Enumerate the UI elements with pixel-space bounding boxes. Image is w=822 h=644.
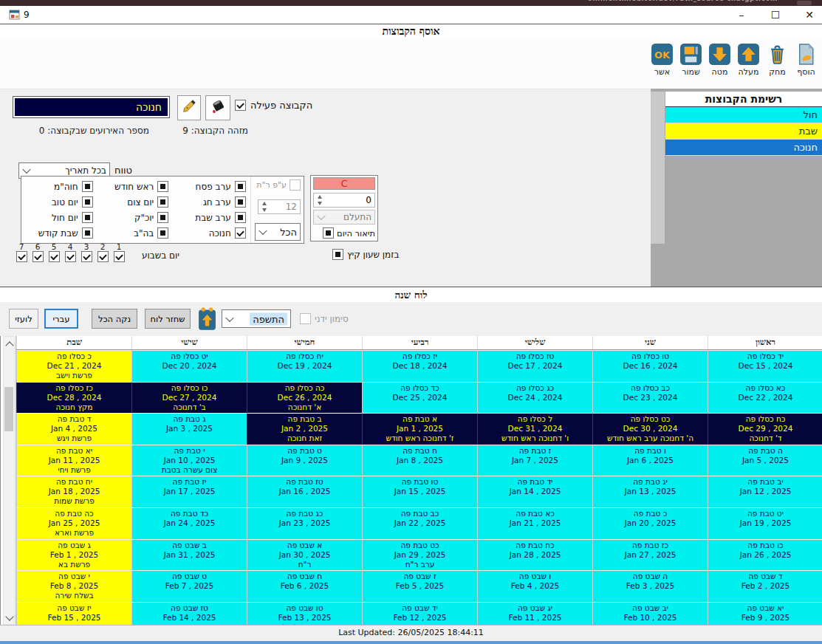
color-sample-button[interactable]: C: [313, 177, 375, 190]
calendar-day-cell[interactable]: כו כסלו פהDec 27 , 2024ב' דחנוכה: [131, 382, 247, 414]
group-list-item[interactable]: חנוכה: [665, 140, 822, 156]
scrollbar-thumb[interactable]: [4, 387, 13, 431]
weekday-checkbox[interactable]: [49, 251, 60, 262]
daytype-checkbox[interactable]: [82, 212, 93, 223]
calendar-day-cell[interactable]: ד טבת פהJan 4 , 2025פרשת ויגש: [16, 413, 131, 445]
calendar-day-cell[interactable]: יח כסלו פהDec 19 , 2024: [247, 350, 362, 382]
calendar-day-cell[interactable]: טו טבת פהJan 15 , 2025: [362, 476, 477, 507]
calendar-day-cell[interactable]: י טבת פהJan 10 , 2025צום עשרה בטבת: [131, 445, 247, 476]
calendar-day-cell[interactable]: טז כסלו פהDec 17 , 2024: [477, 350, 592, 382]
daytype-checkbox[interactable]: [157, 227, 168, 239]
calendar-day-cell[interactable]: כג כסלו פהDec 24 , 2024: [477, 382, 592, 414]
calendar-day-cell[interactable]: יז שבט פהFeb 15 , 2025פרשת יתרו: [16, 602, 131, 625]
calendar-day-cell[interactable]: כב כסלו פהDec 23 , 2024: [592, 382, 708, 414]
hebrew-button[interactable]: עברי: [44, 309, 78, 329]
calendar-day-cell[interactable]: טז שבט פהFeb 14 , 2025: [131, 602, 247, 625]
calendar-day-cell[interactable]: ח טבת פהJan 8 , 2025: [362, 445, 477, 476]
calendar-day-cell[interactable]: יא שבט פהFeb 9 , 2025: [708, 602, 822, 625]
gregorian-button[interactable]: לועזי: [9, 309, 38, 329]
calendar-day-cell[interactable]: כט טבת פהJan 29 , 2025ערב ר"ח: [362, 539, 477, 571]
scroll-up-icon[interactable]: [5, 341, 13, 349]
calendar-day-cell[interactable]: כ טבת פהJan 20 , 2025: [592, 507, 708, 539]
calendar-day-cell[interactable]: ה שבט פהFeb 3 , 2025: [592, 570, 708, 602]
calendar-day-cell[interactable]: ב טבת פהJan 2 , 2025זאת חנוכה: [247, 413, 362, 445]
calendar-day-cell[interactable]: יח טבת פהJan 18 , 2025פרשת שמות: [16, 476, 131, 507]
calendar-day-cell[interactable]: ט טבת פהJan 9 , 2025: [247, 445, 362, 476]
calendar-year-up-button[interactable]: [198, 306, 216, 331]
calendar-day-cell[interactable]: כה טבת פהJan 25 , 2025פרשת וארא: [16, 507, 131, 539]
group-active-checkbox[interactable]: [235, 100, 246, 111]
daytype-checkbox[interactable]: [82, 181, 93, 192]
weekday-checkbox[interactable]: [16, 251, 27, 262]
calendar-day-cell[interactable]: ט שבט פהFeb 7 , 2025: [131, 570, 247, 602]
minimize-button[interactable]: –: [730, 7, 753, 22]
weekday-checkbox[interactable]: [65, 251, 76, 262]
daytype-checkbox[interactable]: [235, 196, 246, 208]
sunrise-checkbox[interactable]: [290, 179, 301, 191]
calendar-day-cell[interactable]: ו שבט פהFeb 4 , 2025: [477, 570, 592, 602]
hebrew-year-dropdown[interactable]: התשפה: [222, 309, 291, 328]
spinner-arrows-icon[interactable]: [315, 194, 324, 206]
calendar-day-cell[interactable]: ד שבט פהFeb 2 , 2025: [708, 570, 822, 602]
restore-calendar-button[interactable]: שחזר לוח: [145, 309, 191, 329]
save-button[interactable]: שמור: [678, 43, 704, 77]
calendar-day-cell[interactable]: ג טבת פהJan 3 , 2025: [131, 413, 247, 445]
calendar-day-cell[interactable]: כב טבת פהJan 22 , 2025: [362, 507, 477, 539]
calendar-day-cell[interactable]: טו כסלו פהDec 16 , 2024: [592, 350, 708, 382]
delete-button[interactable]: מחק: [764, 43, 790, 77]
daytype-checkbox[interactable]: [82, 196, 93, 208]
calendar-day-cell[interactable]: כא כסלו פהDec 22 , 2024: [708, 382, 822, 414]
weekday-checkbox[interactable]: [32, 251, 44, 262]
maximize-button[interactable]: ☐: [764, 7, 787, 22]
calendar-day-cell[interactable]: טו שבט פהFeb 13 , 2025ראש השנה לאילנות: [247, 602, 362, 625]
group-list-item[interactable]: שבת: [665, 123, 822, 140]
weekday-checkbox[interactable]: [114, 251, 125, 262]
calendar-day-cell[interactable]: כו טבת פהJan 26 , 2025: [708, 539, 822, 571]
calendar-day-cell[interactable]: כז טבת פהJan 27 , 2025: [592, 539, 708, 571]
weekday-checkbox[interactable]: [81, 251, 92, 262]
calendar-day-cell[interactable]: יז כסלו פהDec 18 , 2024: [362, 350, 477, 382]
spinner-arrows-icon[interactable]: [260, 201, 269, 213]
calendar-day-cell[interactable]: יד שבט פהFeb 12 , 2025: [362, 602, 477, 625]
calendar-day-cell[interactable]: טז טבת פהJan 16 , 2025: [247, 476, 362, 507]
scroll-down-icon[interactable]: [5, 612, 13, 620]
calendar-day-cell[interactable]: כח טבת פהJan 28 , 2025: [477, 539, 592, 571]
daytype-checkbox[interactable]: [157, 181, 168, 192]
daytype-checkbox[interactable]: [235, 181, 246, 192]
calendar-day-cell[interactable]: ג שבט פהFeb 1 , 2025פרשת בא: [16, 539, 131, 571]
calendar-day-cell[interactable]: כא טבת פהJan 21 , 2025: [477, 507, 592, 539]
manual-marking-checkbox[interactable]: [300, 313, 311, 324]
ignore-dropdown[interactable]: התעלם: [313, 210, 375, 225]
add-button[interactable]: הוסף: [793, 43, 819, 77]
offset-spinner[interactable]: 12: [258, 199, 301, 214]
calendar-day-cell[interactable]: כז כסלו פהDec 28 , 2024מקץ חנוכה: [16, 382, 131, 414]
calendar-day-cell[interactable]: כט כסלו פהDec 30 , 2024ה' דחנוכה ערב ראש…: [592, 413, 708, 445]
calendar-day-cell[interactable]: יג טבת פהJan 13 , 2025: [592, 476, 708, 507]
calendar-day-cell[interactable]: כד כסלו פהDec 25 , 2024: [362, 382, 477, 414]
daytype-checkbox[interactable]: [82, 227, 93, 239]
daytype-checkbox[interactable]: [157, 196, 168, 208]
calendar-day-cell[interactable]: כח כסלו פהDec 29 , 2024ד' דחנוכה: [708, 413, 822, 445]
calendar-day-cell[interactable]: כ כסלו פהDec 21 , 2024פרשת וישב: [16, 350, 131, 382]
calendar-day-cell[interactable]: ל כסלו פהDec 31 , 2024ו' דחנוכה ראש חודש: [477, 413, 592, 445]
weekday-checkbox[interactable]: [97, 251, 109, 262]
calendar-day-cell[interactable]: יב טבת פהJan 12 , 2025: [708, 476, 822, 507]
count-spinner[interactable]: 0: [313, 193, 375, 208]
calendar-day-cell[interactable]: ב שבט פהJan 31 , 2025: [131, 539, 247, 571]
group-color-button[interactable]: [205, 95, 230, 120]
calendar-scrollbar[interactable]: [3, 336, 15, 625]
day-description-checkbox[interactable]: [323, 227, 334, 239]
calendar-day-cell[interactable]: יז טבת פהJan 17 , 2025: [131, 476, 247, 507]
calendar-day-cell[interactable]: א טבת פהJan 1 , 2025ז' דחנוכה ראש חודש: [362, 413, 477, 445]
calendar-day-cell[interactable]: יט טבת פהJan 19 , 2025: [708, 507, 822, 539]
calendar-day-cell[interactable]: כה כסלו פהDec 26 , 2024א' דחנוכה: [247, 382, 362, 414]
calendar-day-cell[interactable]: ח שבט פהFeb 6 , 2025: [247, 570, 362, 602]
calendar-day-cell[interactable]: י שבט פהFeb 8 , 2025בשלח שירה: [16, 570, 131, 602]
dst-checkbox[interactable]: [332, 249, 343, 260]
rename-group-button[interactable]: [177, 95, 201, 120]
calendar-day-cell[interactable]: כג טבת פהJan 23 , 2025: [247, 507, 362, 539]
close-button[interactable]: ✕: [798, 7, 821, 22]
group-list-item[interactable]: חול: [665, 107, 822, 123]
calendar-day-cell[interactable]: ז שבט פהFeb 5 , 2025: [362, 570, 477, 602]
calendar-day-cell[interactable]: א שבט פהJan 30 , 2025ר"ח: [247, 539, 362, 571]
